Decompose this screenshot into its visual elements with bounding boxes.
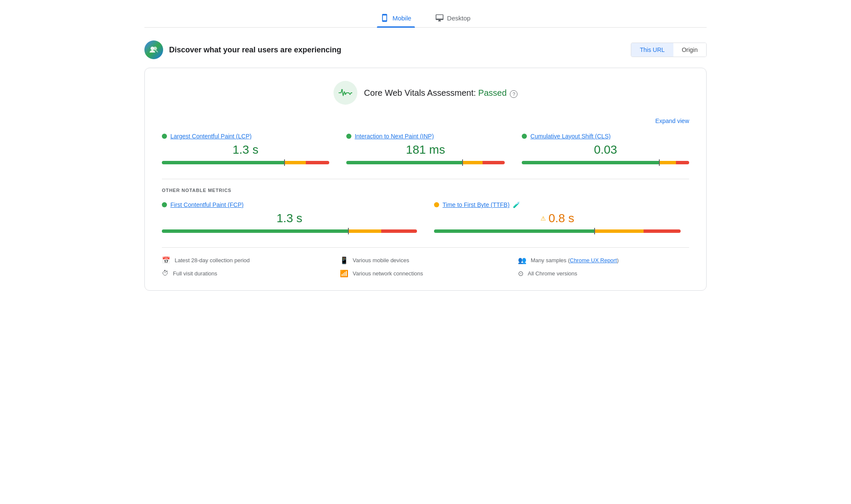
bar-segment-red [381, 229, 417, 233]
other-metrics-grid: First Contentful Paint (FCP)1.3 sTime to… [162, 201, 689, 235]
metric-col-fcp: First Contentful Paint (FCP)1.3 s [162, 201, 426, 235]
footer-collection-text: Latest 28-day collection period [175, 257, 250, 263]
bar-segment-green [522, 161, 659, 164]
svg-point-1 [153, 46, 157, 50]
progress-bar [434, 229, 681, 233]
progress-marker [284, 159, 285, 166]
tab-desktop-label: Desktop [447, 14, 471, 22]
progress-bar [522, 161, 689, 164]
footer-duration-text: Full visit durations [173, 270, 217, 277]
metric-value: 1.3 s [162, 143, 329, 157]
header-title: Discover what your real users are experi… [169, 46, 341, 54]
metric-name[interactable]: Time to First Byte (TTFB) [443, 201, 509, 208]
bar-segment-orange [348, 229, 381, 233]
expand-link[interactable]: Expand view [656, 117, 689, 124]
main-card: Core Web Vitals Assessment: Passed ? Exp… [144, 68, 707, 291]
footer-grid: 📅 Latest 28-day collection period ⏱ Full… [162, 247, 689, 278]
footer-devices-text: Various mobile devices [353, 257, 409, 263]
header-row: Discover what your real users are experi… [144, 40, 707, 59]
clock-icon: ⏱ [162, 269, 169, 277]
metric-dot [162, 134, 167, 139]
footer-col-3: 👥 Many samples (Chrome UX Report) ⊙ All … [518, 256, 689, 278]
footer-network-text: Various network connections [353, 270, 423, 277]
cwv-title: Core Web Vitals Assessment: Passed ? [364, 88, 518, 98]
footer-item-samples: 👥 Many samples (Chrome UX Report) [518, 256, 689, 264]
this-url-button[interactable]: This URL [631, 43, 673, 57]
metric-col-lcp: Largest Contentful Paint (LCP)1.3 s [162, 133, 338, 166]
wifi-icon: 📶 [340, 269, 348, 278]
expand-view: Expand view [162, 117, 689, 124]
progress-bar [162, 161, 329, 164]
metric-name[interactable]: Largest Contentful Paint (LCP) [170, 133, 252, 140]
cwv-icon [334, 81, 357, 105]
metric-name[interactable]: First Contentful Paint (FCP) [170, 201, 244, 208]
bar-segment-red [483, 161, 505, 164]
footer-chrome-text: All Chrome versions [528, 270, 577, 277]
footer-samples-text: Many samples (Chrome UX Report) [531, 257, 619, 263]
calendar-icon: 📅 [162, 256, 170, 264]
metric-dot [162, 202, 167, 207]
core-metrics-grid: Largest Contentful Paint (LCP)1.3 sInter… [162, 133, 689, 166]
metric-value: 1.3 s [162, 212, 417, 225]
footer-col-1: 📅 Latest 28-day collection period ⏱ Full… [162, 256, 333, 278]
progress-bar [346, 161, 505, 164]
bar-segment-orange [659, 161, 676, 164]
metric-col-inp: Interaction to Next Paint (INP)181 ms [338, 133, 514, 166]
desktop-icon [435, 14, 444, 22]
divider [162, 179, 689, 179]
footer-item-devices: 📱 Various mobile devices [340, 256, 511, 264]
people-icon: 👥 [518, 256, 526, 264]
origin-button[interactable]: Origin [673, 43, 706, 57]
metric-name[interactable]: Interaction to Next Paint (INP) [355, 133, 434, 140]
progress-marker [462, 159, 463, 166]
metric-dot [346, 134, 351, 139]
svg-point-2 [345, 93, 346, 95]
chrome-ux-link[interactable]: Chrome UX Report [570, 257, 617, 263]
bar-segment-green [434, 229, 594, 233]
progress-bar [162, 229, 417, 233]
progress-marker [348, 228, 349, 235]
bar-segment-orange [284, 161, 306, 164]
metric-col-ttfb: Time to First Byte (TTFB)🧪⚠0.8 s [426, 201, 689, 235]
bar-segment-red [644, 229, 681, 233]
metric-label-row: First Contentful Paint (FCP) [162, 201, 417, 208]
avatar [144, 40, 163, 59]
cwv-title-text: Core Web Vitals Assessment: [364, 88, 478, 97]
bar-segment-red [676, 161, 689, 164]
beaker-icon: 🧪 [513, 201, 520, 208]
metric-value: 0.03 [522, 143, 689, 157]
metric-label-row: Interaction to Next Paint (INP) [346, 133, 505, 140]
metric-value-row: ⚠0.8 s [434, 212, 681, 225]
metric-col-cls: Cumulative Layout Shift (CLS)0.03 [513, 133, 689, 166]
bar-segment-green [162, 229, 348, 233]
metric-value: 181 ms [346, 143, 505, 157]
metric-value-text: 0.8 s [549, 212, 575, 225]
cwv-help-icon[interactable]: ? [510, 90, 518, 98]
footer-item-duration: ⏱ Full visit durations [162, 269, 333, 277]
bar-segment-red [306, 161, 329, 164]
footer-item-chrome: ⊙ All Chrome versions [518, 269, 689, 278]
progress-marker [659, 159, 660, 166]
tab-mobile-label: Mobile [392, 14, 411, 22]
footer-item-collection: 📅 Latest 28-day collection period [162, 256, 333, 264]
cwv-status: Passed [478, 88, 507, 97]
metric-label-row: Largest Contentful Paint (LCP) [162, 133, 329, 140]
metric-value: ⚠0.8 s [434, 212, 681, 225]
footer-col-2: 📱 Various mobile devices 📶 Various netwo… [340, 256, 511, 278]
other-metrics-label: OTHER NOTABLE METRICS [162, 188, 689, 193]
metric-dot [522, 134, 527, 139]
metric-name[interactable]: Cumulative Layout Shift (CLS) [530, 133, 610, 140]
metric-dot [434, 202, 439, 207]
header-left: Discover what your real users are experi… [144, 40, 341, 59]
devices-icon: 📱 [340, 256, 348, 264]
metric-label-row: Cumulative Layout Shift (CLS) [522, 133, 689, 140]
bar-segment-green [162, 161, 284, 164]
url-toggle: This URL Origin [631, 43, 707, 57]
footer-item-network: 📶 Various network connections [340, 269, 511, 278]
tab-mobile[interactable]: Mobile [377, 9, 414, 27]
tab-bar: Mobile Desktop [144, 9, 707, 28]
cwv-header: Core Web Vitals Assessment: Passed ? [162, 81, 689, 105]
tab-desktop[interactable]: Desktop [432, 9, 474, 27]
chrome-icon: ⊙ [518, 269, 523, 278]
warning-icon: ⚠ [540, 215, 546, 222]
